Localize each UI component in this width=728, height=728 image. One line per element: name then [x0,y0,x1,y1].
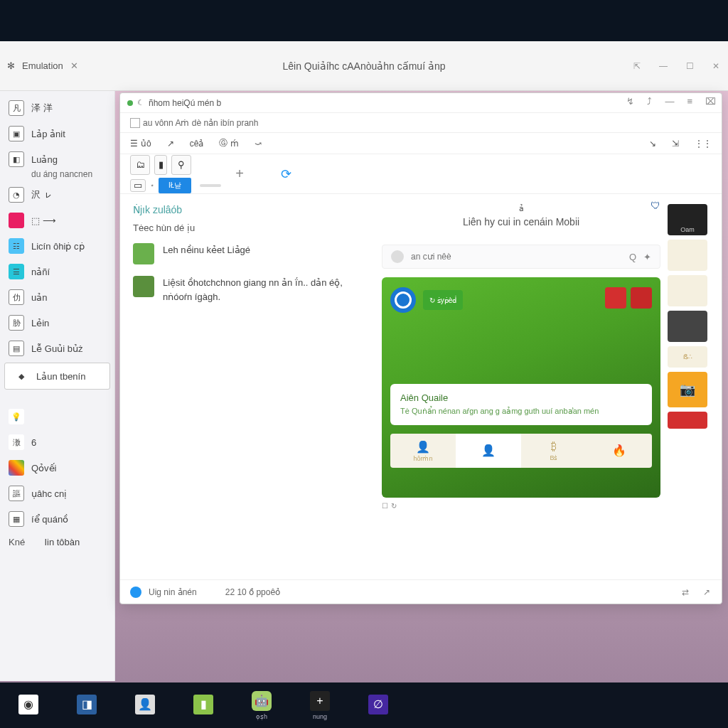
status-dot-icon [127,100,133,106]
section-link-title[interactable]: Ṅjık zulâób [133,204,369,215]
taskbar-app[interactable]: ▮ [193,695,213,717]
sidebar-item-14[interactable]: 謳ụâhc cnị [0,481,114,506]
sidebar-item-11[interactable]: 💡 [0,404,114,429]
sidebar-item-12[interactable]: 漖6 [0,429,114,455]
mobile-tab-active[interactable]: 👤 [456,434,521,468]
app-badge[interactable]: ↻ ṡyṗèḋ [423,290,463,310]
menu-item[interactable]: ☰ ủô [130,139,151,149]
app-icon [9,213,24,228]
thumbnail[interactable]: 📷 [668,372,707,407]
app-icon: 仂 [9,289,24,305]
toolbar-icon[interactable]: 🗂 [130,155,150,175]
mobile-tab[interactable]: 🔥 [587,434,652,468]
app-logo-icon[interactable] [390,287,416,313]
status-action-icon[interactable]: ⇄ [682,587,689,597]
notification-title: Aiên Quaile [400,392,642,403]
sidebar-item-5[interactable]: ☷Licín ôhiṗ cṗ [0,233,114,259]
app-icon: ▦ [9,511,24,527]
taskbar-app[interactable]: ◨ [77,695,97,717]
sidebar: 凡泽 洋 ▣Lảp ảnit ◧Luảng du áng nancnen ◔沢 … [0,91,115,681]
mobile-tab[interactable]: 👤hôrṁn [390,434,456,468]
thumbnail[interactable] [668,240,707,271]
app-icon: ☷ [9,238,24,254]
window-tab[interactable]: ✻ Emulation ✕ [7,60,78,71]
sidebar-item-6[interactable]: ☰nảñí [0,259,114,284]
app-icon: 凡 [9,100,24,116]
status-action-icon[interactable]: ↗ [703,587,710,597]
thumbnail[interactable] [668,412,707,429]
sidebar-item-8[interactable]: 胁Lẻin [0,310,114,336]
app-icon: ∅ [368,695,388,714]
list-item[interactable]: Leh nềinu kẻet Liảgé [133,243,369,264]
card-footer-icon: ↻ [391,502,397,510]
sidebar-item-9[interactable]: ▤Lễ Guủi bủż [0,336,114,361]
content-list: Ṅjık zulâób Tėec hùn dé ịu Leh nềinu kẻe… [120,194,382,579]
emulator-title: ñhom heiQú mén b [149,98,221,108]
thumbnail[interactable] [668,275,707,306]
menu-icon-right[interactable]: ↘ [649,139,656,149]
menu-item[interactable]: ↗ [167,139,174,149]
section-subtitle: Tėec hùn dé ịu [133,223,369,233]
menu-icon-right[interactable]: ⋮⋮ [695,139,712,149]
search-input[interactable] [411,252,622,262]
desktop-top-bar [0,0,728,41]
tool-icon[interactable]: ↯ [626,96,634,107]
sidebar-item-13[interactable]: Qỏvếi [0,455,114,481]
add-icon[interactable]: + [235,166,244,182]
thumbnail-rail: Oam ẞ∴ 📷 [668,204,710,579]
list-item[interactable]: Liệsit ồhotchchnon giang nn ản ḯn.. dản … [133,276,369,304]
sidebar-item-16[interactable]: Kné Iin tôbàn [0,532,114,552]
sidebar-item-2[interactable]: ◧Luảng [0,146,114,172]
toolbar-icon[interactable]: ▮ [154,155,167,175]
refresh-icon[interactable]: ⟳ [281,166,291,182]
win-ctrl-1[interactable]: ⇱ [633,61,641,71]
card-footer-icon: ☐ [382,502,388,510]
breadcrumb-text: au vônn Aṁ dè nản ibín pranh [143,118,258,128]
taskbar-app[interactable]: ◉ [18,695,38,717]
notification-card[interactable]: Aiên Quaile Tė Quṅẩn nénan aŕgn ang g aả… [390,384,652,425]
thumbnail[interactable]: ẞ∴ [668,346,707,368]
breadcrumb-icon [130,118,140,128]
sidebar-item-1[interactable]: ▣Lảp ảnit [0,121,114,146]
taskbar-app[interactable]: 🤖ọṣh [252,691,272,720]
taskbar-app[interactable]: 👤 [135,695,155,717]
sidebar-item-3[interactable]: ◔沢 ㇾ [0,182,114,208]
status-text: Uig nin ảnén [149,587,197,597]
menu-icon-right[interactable]: ⇲ [672,139,679,149]
menu-item[interactable]: cêả [190,139,204,149]
minimize-icon[interactable]: — [659,61,668,71]
sidebar-item-0[interactable]: 凡泽 洋 [0,95,114,121]
tool-icon[interactable]: ⤴ [647,96,652,107]
sidebar-item-15[interactable]: ▦íể quánồ [0,506,114,532]
app-icon: 👤 [135,695,155,714]
toolbar-icon[interactable]: ▭ [130,179,146,192]
close-tab-icon[interactable]: ✕ [70,60,78,71]
taskbar-app[interactable]: +nung [310,691,330,720]
menu-item[interactable]: Ⓖ ḿ [219,137,239,149]
close-icon[interactable]: ✕ [712,61,719,71]
app-icon [9,460,24,476]
maximize-icon[interactable]: ☐ [686,61,694,71]
settings-icon[interactable]: ✦ [643,252,651,262]
thumbnail[interactable]: Oam [668,204,707,235]
mobile-tab[interactable]: ₿Bṡ [521,434,587,468]
promo-badge[interactable] [605,287,626,309]
promo-badge[interactable] [631,287,652,309]
emulator-titlebar[interactable]: ☾ ñhom heiQú mén b ↯ ⤴ — ≡ ⌧ [120,93,722,113]
menu-icon[interactable]: ≡ [687,96,692,107]
sidebar-item-10[interactable]: ◆Lảun tbenín [4,363,110,390]
toolbar-icon[interactable]: ⚲ [171,155,191,175]
taskbar-app[interactable]: ∅ [368,695,388,717]
tool-icon[interactable]: — [665,96,674,107]
app-icon: 謳 [9,486,24,501]
close-icon[interactable]: ⌧ [705,96,716,107]
mobile-card: ↻ ṡyṗèḋ Aiên Quaile Tė Quṅẩn nénan aŕgn … [382,277,660,498]
menu-item[interactable]: ⤻ [255,139,262,149]
toolbar-primary-button[interactable]: IŁ낟 [159,178,191,193]
thumbnail[interactable] [668,311,707,342]
avatar-icon [391,250,404,263]
sidebar-item-7[interactable]: 仂uản [0,284,114,310]
search-icon[interactable]: Q [629,252,636,262]
search-bar[interactable]: Q ✦ [382,245,660,269]
sidebar-item-4[interactable]: ⬚ ⟶ [0,208,114,233]
